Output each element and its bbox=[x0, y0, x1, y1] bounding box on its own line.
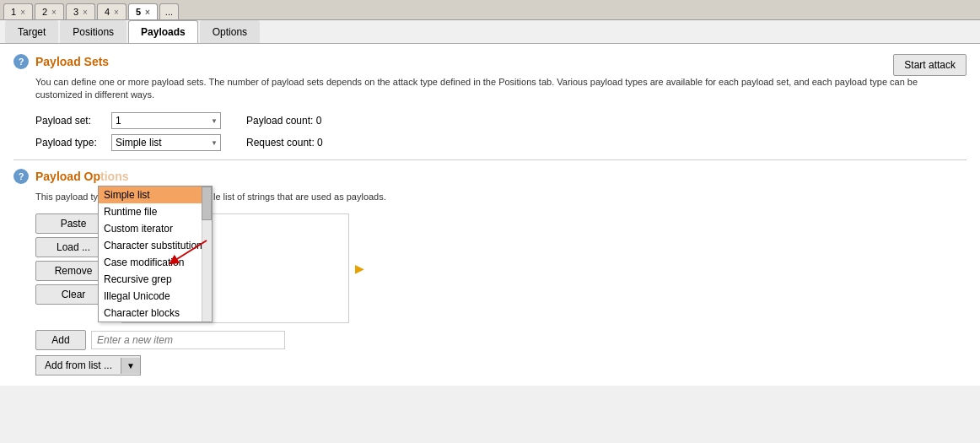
dropdown-item-custom-iterator[interactable]: Custom iterator bbox=[99, 220, 212, 237]
dropdown-scroll-thumb[interactable] bbox=[202, 186, 212, 220]
tab-5[interactable]: 5 × bbox=[128, 3, 158, 19]
tab-bar: 1 × 2 × 3 × 4 × 5 × ... bbox=[0, 0, 980, 20]
payload-sets-header: ? Payload Sets bbox=[13, 54, 967, 69]
payload-set-row: Payload set: 1 Payload count: 0 bbox=[13, 112, 967, 129]
dropdown-item-runtime-file[interactable]: Runtime file bbox=[99, 203, 212, 220]
payload-options-title: Payload Options bbox=[35, 170, 128, 183]
orange-arrow-icon: ▶ bbox=[355, 262, 364, 275]
main-content: Start attack ? Payload Sets You can defi… bbox=[0, 44, 980, 386]
add-from-list-row: Add from list ... ▼ bbox=[13, 355, 967, 375]
payload-set-select-wrapper[interactable]: 1 bbox=[111, 112, 221, 129]
payload-options-header: ? Payload Options bbox=[13, 169, 967, 184]
help-icon-2[interactable]: ? bbox=[13, 169, 29, 184]
payload-type-select[interactable]: Simple list bbox=[111, 134, 221, 151]
tab-5-close[interactable]: × bbox=[145, 8, 150, 17]
payload-type-label: Payload type: bbox=[35, 137, 111, 149]
tab-4[interactable]: 4 × bbox=[97, 3, 127, 19]
tab-2-close[interactable]: × bbox=[51, 8, 57, 17]
dropdown-item-character-blocks[interactable]: Character blocks bbox=[99, 305, 212, 321]
tab-more[interactable]: ... bbox=[159, 3, 179, 19]
payload-set-label: Payload set: bbox=[35, 115, 111, 127]
dropdown-item-illegal-unicode[interactable]: Illegal Unicode bbox=[99, 288, 212, 305]
add-row: Add bbox=[13, 330, 967, 350]
payload-sets-title: Payload Sets bbox=[35, 55, 109, 68]
add-item-input[interactable] bbox=[91, 331, 285, 349]
dropdown-item-simple-list[interactable]: Simple list bbox=[99, 186, 212, 203]
request-count-label: Request count: 0 bbox=[246, 137, 323, 149]
nav-tabs: Target Positions Payloads Options bbox=[0, 20, 980, 44]
tab-4-close[interactable]: × bbox=[114, 8, 119, 17]
add-button[interactable]: Add bbox=[35, 330, 86, 350]
payload-set-select[interactable]: 1 bbox=[111, 112, 221, 129]
tab-payloads[interactable]: Payloads bbox=[128, 20, 198, 43]
dropdown-item-recursive-grep[interactable]: Recursive grep bbox=[99, 271, 212, 288]
tab-3-close[interactable]: × bbox=[83, 8, 88, 17]
tab-1-close[interactable]: × bbox=[20, 8, 25, 17]
tab-3[interactable]: 3 × bbox=[66, 3, 95, 19]
tab-1[interactable]: 1 × bbox=[3, 3, 33, 19]
tab-target[interactable]: Target bbox=[5, 20, 58, 43]
help-icon[interactable]: ? bbox=[13, 54, 29, 69]
svg-line-1 bbox=[173, 240, 207, 262]
payload-type-row: Payload type: Simple list Request count:… bbox=[13, 134, 967, 151]
start-attack-button[interactable]: Start attack bbox=[893, 54, 967, 76]
payload-count-label: Payload count: 0 bbox=[246, 115, 321, 127]
tab-options[interactable]: Options bbox=[200, 20, 260, 43]
payload-type-select-wrapper[interactable]: Simple list bbox=[111, 134, 221, 151]
payload-sets-description: You can define one or more payload sets.… bbox=[13, 76, 967, 102]
add-from-list-label: Add from list ... bbox=[36, 356, 121, 375]
tab-positions[interactable]: Positions bbox=[60, 20, 127, 43]
section-divider bbox=[13, 159, 967, 160]
add-from-list-button[interactable]: Add from list ... ▼ bbox=[35, 355, 141, 375]
red-arrow-icon bbox=[164, 236, 215, 270]
tab-2[interactable]: 2 × bbox=[35, 3, 64, 19]
add-from-list-chevron-icon[interactable]: ▼ bbox=[121, 358, 140, 374]
